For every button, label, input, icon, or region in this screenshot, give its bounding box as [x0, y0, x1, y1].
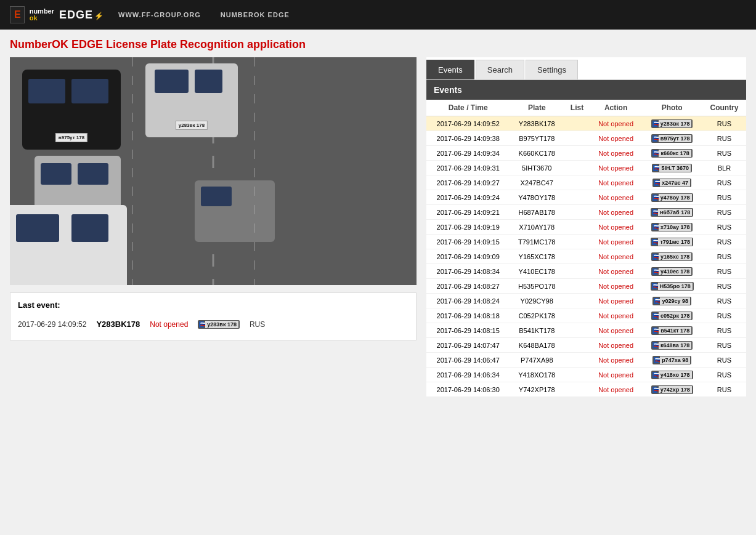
table-row[interactable]: 2017-06-29 14:08:18 C052PK178 Not opened…: [426, 308, 746, 323]
cell-country: RUS: [702, 131, 746, 146]
car-5-window: [16, 214, 59, 242]
cell-country: RUS: [702, 220, 746, 235]
cell-plate: Y478OY178: [510, 190, 564, 205]
plate-num: у283вк 178: [205, 321, 238, 328]
header-link-website[interactable]: WWW.FF-GROUP.ORG: [118, 11, 201, 18]
cell-plate: C052PK178: [510, 308, 564, 323]
cell-action: Not opened: [590, 368, 642, 382]
plate-cell: 🇷🇺 у410ес 178: [651, 267, 693, 276]
cell-datetime: 2017-06-29 14:06:47: [426, 353, 510, 368]
table-row[interactable]: 2017-06-29 14:06:34 Y418XO178 Not opened…: [426, 368, 746, 382]
plate-cell: 🇷🇺 у165хс 178: [651, 252, 693, 261]
plate-flag: 🇷🇺: [652, 328, 657, 334]
col-header-plate: Plate: [510, 100, 564, 116]
table-row[interactable]: 2017-06-29 14:06:30 Y742XP178 Not opened…: [426, 382, 746, 397]
last-event-panel: Last event: 2017-06-29 14:09:52 Y283BK17…: [10, 292, 417, 340]
col-header-list: List: [564, 100, 590, 116]
table-row[interactable]: 2017-06-29 14:09:52 Y283BK178 Not opened…: [426, 116, 746, 131]
table-row[interactable]: 2017-06-29 14:07:47 K648BA178 Not opened…: [426, 338, 746, 353]
cell-photo: 🇷🇺 в975ут 178: [641, 131, 702, 146]
cell-plate: K660KC178: [510, 146, 564, 161]
table-row[interactable]: 2017-06-29 14:09:27 X247BC47 Not opened …: [426, 175, 746, 190]
car-1: в975ут 178: [22, 70, 121, 150]
cell-list: [564, 279, 590, 294]
logo-numberok: number ok: [30, 8, 54, 22]
plate-num: н6б7аб 178: [658, 209, 692, 216]
cell-datetime: 2017-06-29 14:09:21: [426, 205, 510, 220]
last-event-country: RUS: [250, 320, 265, 329]
last-event-action: Not opened: [150, 320, 188, 329]
plate-num: в975ут 178: [659, 135, 692, 142]
cell-action: Not opened: [590, 116, 642, 131]
table-row[interactable]: 2017-06-29 14:06:47 P747XA98 Not opened …: [426, 353, 746, 368]
table-row[interactable]: 2017-06-29 14:09:34 K660KC178 Not opened…: [426, 146, 746, 161]
last-event-datetime: 2017-06-29 14:09:52: [18, 320, 86, 329]
tab-events[interactable]: Events: [426, 60, 474, 79]
cell-plate: Y742XP178: [510, 382, 564, 397]
table-header-row: Date / Time Plate List Action Photo Coun…: [426, 100, 746, 116]
cell-plate: K648BA178: [510, 338, 564, 353]
cell-list: [564, 323, 590, 338]
car-4: [195, 180, 275, 242]
plate-cell: 🇷🇺 у742хр 178: [651, 385, 693, 394]
cell-photo: 🇷🇺 с052рк 178: [641, 308, 702, 323]
table-row[interactable]: 2017-06-29 14:09:15 T791MC178 Not opened…: [426, 235, 746, 249]
cell-plate: Y029CY98: [510, 294, 564, 308]
plate-num: с052рк 178: [659, 312, 692, 320]
table-row[interactable]: 2017-06-29 14:08:24 Y029CY98 Not opened …: [426, 294, 746, 308]
cell-country: RUS: [702, 249, 746, 264]
cell-action: Not opened: [590, 294, 642, 308]
cell-plate: B975YT178: [510, 131, 564, 146]
table-row[interactable]: 2017-06-29 14:08:27 H535PO178 Not opened…: [426, 279, 746, 294]
left-panel: в975ут 178 у283вк 178: [10, 57, 417, 397]
tab-settings[interactable]: Settings: [526, 60, 578, 79]
cell-datetime: 2017-06-29 14:09:09: [426, 249, 510, 264]
plate-num: к660кс 178: [659, 150, 691, 157]
plate-cell: 🇷🇺 к660кс 178: [651, 149, 692, 158]
cell-action: Not opened: [590, 220, 642, 235]
plate-num: т791мс 178: [658, 238, 692, 246]
table-row[interactable]: 2017-06-29 14:09:24 Y478OY178 Not opened…: [426, 190, 746, 205]
logo-edge-text: EDGE: [59, 9, 93, 22]
last-event-plate: Y283BK178: [96, 320, 140, 329]
cell-action: Not opened: [590, 353, 642, 368]
table-row[interactable]: 2017-06-29 14:09:31 5IHT3670 Not opened …: [426, 161, 746, 175]
table-row[interactable]: 2017-06-29 14:09:38 B975YT178 Not opened…: [426, 131, 746, 146]
plate-flag: 🇷🇺: [652, 342, 657, 348]
cell-datetime: 2017-06-29 14:08:15: [426, 323, 510, 338]
header-link-product[interactable]: NUMBEROK EDGE: [221, 11, 290, 18]
car-2-window: [155, 70, 189, 93]
logo: E number ok EDGE ⚡: [10, 6, 104, 23]
table-row[interactable]: 2017-06-29 14:09:19 X710AY178 Not opened…: [426, 220, 746, 235]
plate-num: у165хс 178: [659, 253, 691, 260]
table-row[interactable]: 2017-06-29 14:08:15 B541KT178 Not opened…: [426, 323, 746, 338]
cell-photo: 🇷🇺 у418хо 178: [641, 368, 702, 382]
tab-search[interactable]: Search: [476, 60, 524, 79]
cell-datetime: 2017-06-29 14:06:34: [426, 368, 510, 382]
cell-action: Not opened: [590, 308, 642, 323]
camera-view: в975ут 178 у283вк 178: [10, 57, 417, 285]
header-links: WWW.FF-GROUP.ORG NUMBEROK EDGE: [118, 11, 290, 18]
col-header-country: Country: [702, 100, 746, 116]
car-5: [10, 205, 127, 285]
plate-cell: 🇷🇺 5IН.Т 3670: [652, 164, 692, 172]
car-1-window2: [71, 79, 108, 103]
plate-flag: 🇷🇺: [652, 224, 657, 230]
cell-action: Not opened: [590, 338, 642, 353]
logo-ok-text: ok: [30, 15, 54, 22]
col-header-action: Action: [590, 100, 642, 116]
cell-photo: 🇷🇺 т791мс 178: [641, 235, 702, 249]
plate-num: Н535ро 178: [658, 283, 693, 290]
car-3-window: [41, 163, 71, 185]
cell-datetime: 2017-06-29 14:09:31: [426, 161, 510, 175]
cell-action: Not opened: [590, 146, 642, 161]
header: E number ok EDGE ⚡ WWW.FF-GROUP.ORG NUMB…: [0, 0, 756, 30]
cell-datetime: 2017-06-29 14:09:52: [426, 116, 510, 131]
cell-country: RUS: [702, 175, 746, 190]
table-row[interactable]: 2017-06-29 14:09:21 H687AB178 Not opened…: [426, 205, 746, 220]
table-row[interactable]: 2017-06-29 14:08:34 Y410EC178 Not opened…: [426, 264, 746, 279]
cell-action: Not opened: [590, 264, 642, 279]
cell-list: [564, 220, 590, 235]
plate-num: в541кт 178: [659, 327, 691, 334]
table-row[interactable]: 2017-06-29 14:09:09 Y165XC178 Not opened…: [426, 249, 746, 264]
